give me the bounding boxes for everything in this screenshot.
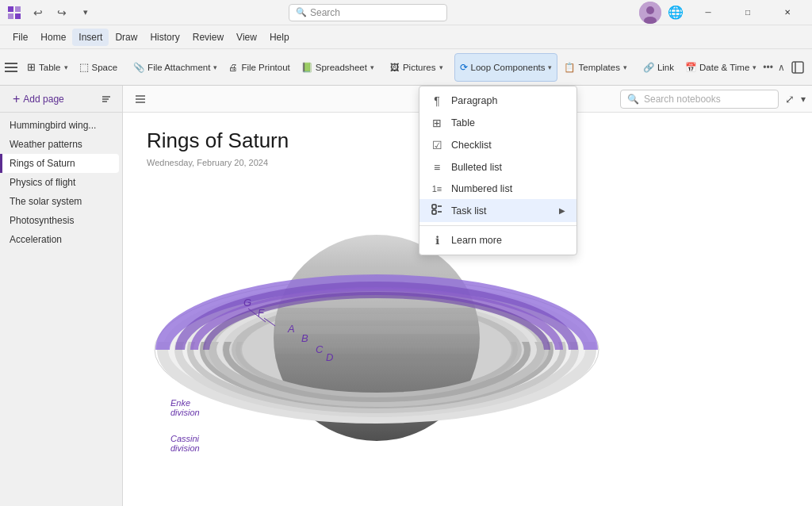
search-icon: 🔍 xyxy=(296,7,307,17)
dropdown-task-label: Task list xyxy=(451,205,486,217)
table-button[interactable]: ⊞ Table ▾ xyxy=(22,53,73,82)
add-page-button[interactable]: + Add page xyxy=(6,89,71,109)
numbered-list-icon: 1≡ xyxy=(431,184,443,194)
dropdown-table[interactable]: ⊞ Table xyxy=(419,112,576,134)
ring-a-label: A xyxy=(287,323,295,335)
loop-components-dropdown: ¶ Paragraph ⊞ Table ☑ Checklist ≡ Bullet… xyxy=(419,86,577,255)
ring-c-label: C xyxy=(316,343,324,355)
sidebar-item-rings-saturn[interactable]: Rings of Saturn xyxy=(0,154,119,173)
edge-icon[interactable]: 🌐 xyxy=(665,2,687,24)
dropdown-task-list[interactable]: Task list ▶ xyxy=(419,199,576,222)
menu-help[interactable]: Help xyxy=(263,29,296,46)
title-bar-left: ↩ ↪ ▾ xyxy=(6,2,97,24)
ring-b-label: B xyxy=(301,332,308,344)
app-icon xyxy=(6,5,22,21)
dropdown-bulleted-list[interactable]: ≡ Bulleted list xyxy=(419,156,576,178)
close-button[interactable]: ✕ xyxy=(769,0,806,25)
space-button[interactable]: ⬚ Space xyxy=(75,53,123,82)
loop-components-button[interactable]: ⟳ Loop Components ▾ xyxy=(454,53,558,82)
checklist-icon: ☑ xyxy=(431,139,443,151)
dropdown-numbered-list[interactable]: 1≡ Numbered list xyxy=(419,178,576,199)
sidebar-item-weather[interactable]: Weather patterns xyxy=(0,135,119,154)
title-search-box[interactable]: 🔍 Search xyxy=(289,4,447,21)
search-placeholder: Search xyxy=(310,7,340,18)
more-qs-button[interactable]: ▾ xyxy=(75,2,97,24)
info-icon: ℹ xyxy=(431,234,443,247)
spreadsheet-icon: 📗 xyxy=(301,62,312,73)
dropdown-paragraph[interactable]: ¶ Paragraph xyxy=(419,90,576,112)
search-notebooks-box[interactable]: 🔍 Search notebooks xyxy=(620,90,779,109)
minimize-button[interactable]: ─ xyxy=(690,0,726,25)
loop-components-label: Loop Components xyxy=(471,63,546,72)
pictures-chevron: ▾ xyxy=(439,63,443,71)
file-printout-button[interactable]: 🖨 File Printout xyxy=(224,53,294,82)
datetime-button[interactable]: 📅 Date & Time ▾ xyxy=(680,53,761,82)
dropdown-checklist-label: Checklist xyxy=(451,140,492,151)
dropdown-learn-more-label: Learn more xyxy=(451,235,502,246)
add-page-label: Add page xyxy=(23,94,63,105)
main-layout: + Add page Hummingbird wing... Weather p… xyxy=(0,86,812,506)
notebook-view-button[interactable] xyxy=(787,56,809,79)
maximize-button[interactable]: □ xyxy=(730,0,766,25)
dropdown-learn-more[interactable]: ℹ Learn more xyxy=(419,229,576,251)
expand-content-button[interactable]: ⤢ xyxy=(783,91,796,107)
file-printout-label: File Printout xyxy=(241,63,289,72)
collapse-ribbon-button[interactable] xyxy=(5,55,17,80)
ring-g-label: G xyxy=(243,297,251,309)
sidebar-top-bar: + Add page xyxy=(0,86,122,113)
svg-rect-0 xyxy=(8,6,13,12)
templates-icon: 📋 xyxy=(564,62,575,73)
menu-home[interactable]: Home xyxy=(34,29,72,46)
pictures-button[interactable]: 🖼 Pictures ▾ xyxy=(385,53,448,82)
sidebar-item-hummingbird[interactable]: Hummingbird wing... xyxy=(0,116,119,135)
search-notebooks-icon: 🔍 xyxy=(627,94,639,105)
templates-label: Templates xyxy=(578,63,619,72)
svg-rect-2 xyxy=(8,13,13,19)
menu-file[interactable]: File xyxy=(6,29,34,46)
ribbon-collapse-button[interactable]: ∧ xyxy=(778,56,785,79)
dropdown-checklist[interactable]: ☑ Checklist xyxy=(419,134,576,156)
dropdown-separator xyxy=(419,225,576,226)
add-icon: + xyxy=(13,92,20,106)
file-attach-icon: 📎 xyxy=(133,62,144,73)
dropdown-table-label: Table xyxy=(451,117,475,128)
table-label: Table xyxy=(39,63,61,72)
file-printout-icon: 🖨 xyxy=(228,63,238,72)
sidebar-toggle-button[interactable] xyxy=(129,88,151,110)
svg-rect-30 xyxy=(275,354,478,363)
ribbon-more-button[interactable]: ••• xyxy=(763,56,773,79)
menu-view[interactable]: View xyxy=(230,29,263,46)
undo-button[interactable]: ↩ xyxy=(27,2,49,24)
link-icon: 🔗 xyxy=(643,62,654,73)
sidebar-item-physics[interactable]: Physics of flight xyxy=(0,173,119,192)
templates-button[interactable]: 📋 Templates ▾ xyxy=(559,53,631,82)
link-button[interactable]: 🔗 Link xyxy=(638,53,679,82)
menu-draw[interactable]: Draw xyxy=(109,29,144,46)
file-attach-chevron: ▾ xyxy=(213,63,217,71)
table-chevron: ▾ xyxy=(64,63,68,71)
dropdown-arrow-button[interactable]: ▾ xyxy=(801,94,806,105)
spreadsheet-label: Spreadsheet xyxy=(316,63,367,72)
search-notebooks-placeholder: Search notebooks xyxy=(644,94,721,105)
spreadsheet-button[interactable]: 📗 Spreadsheet ▾ xyxy=(297,53,379,82)
ribbon: ⊞ Table ▾ ⬚ Space 📎 File Attachment ▾ 🖨 … xyxy=(0,49,812,86)
sort-pages-button[interactable] xyxy=(97,90,116,109)
sidebar-item-solar-system[interactable]: The solar system xyxy=(0,192,119,211)
svg-rect-27 xyxy=(275,314,478,320)
templates-chevron: ▾ xyxy=(623,63,627,71)
sidebar-item-acceleration[interactable]: Acceleration xyxy=(0,230,119,249)
menu-review[interactable]: Review xyxy=(186,29,230,46)
user-avatar[interactable] xyxy=(639,2,661,24)
sidebar: + Add page Hummingbird wing... Weather p… xyxy=(0,86,123,506)
redo-button[interactable]: ↪ xyxy=(51,2,73,24)
menu-history[interactable]: History xyxy=(144,29,186,46)
file-attachment-button[interactable]: 📎 File Attachment ▾ xyxy=(128,53,222,82)
file-attachment-label: File Attachment xyxy=(147,63,210,72)
pictures-icon: 🖼 xyxy=(390,63,400,72)
sidebar-item-photosynthesis[interactable]: Photosynthesis xyxy=(0,211,119,230)
bulleted-list-icon: ≡ xyxy=(431,161,443,174)
svg-rect-1 xyxy=(15,6,21,12)
space-icon: ⬚ xyxy=(79,61,89,73)
svg-rect-49 xyxy=(432,210,436,214)
menu-insert[interactable]: Insert xyxy=(72,29,109,46)
